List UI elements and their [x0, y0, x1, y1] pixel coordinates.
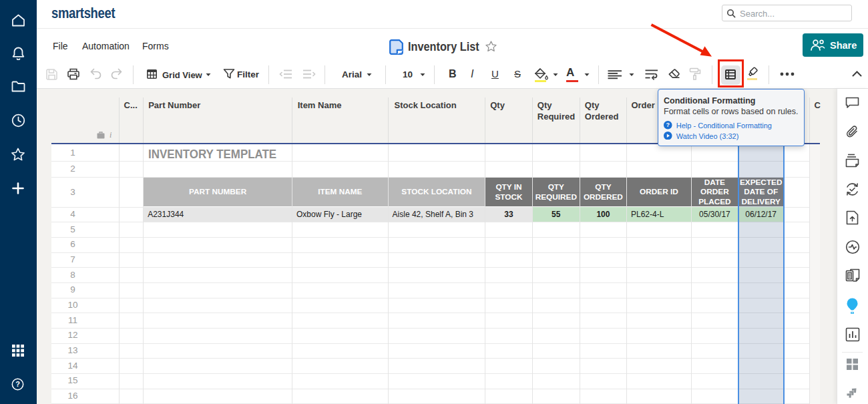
svg-text:?: ?: [666, 122, 670, 128]
svg-text:?: ?: [15, 380, 20, 388]
